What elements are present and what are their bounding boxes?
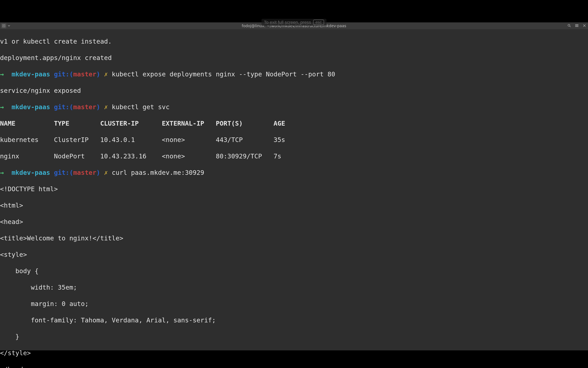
command-text: kubectl get svc — [112, 103, 170, 111]
prompt-line: → mkdev-paas git:(master) ✗ kubectl get … — [0, 103, 588, 111]
prompt-dir: mkdev-paas — [12, 103, 50, 111]
prompt-arrow: → — [0, 103, 4, 111]
prompt-arrow: → — [0, 70, 4, 78]
prompt-branch: master — [73, 103, 96, 111]
prompt-git-close: ) — [96, 103, 100, 111]
prompt-dirty: ✗ — [104, 103, 108, 111]
prompt-line: → mkdev-paas git:(master) ✗ kubectl expo… — [0, 70, 588, 78]
prompt-dirty: ✗ — [104, 169, 108, 176]
svg-line-4 — [570, 26, 571, 27]
prompt-branch: master — [73, 70, 96, 78]
titlebar-right-controls — [567, 23, 587, 28]
esc-key-pill: esc — [313, 20, 324, 25]
search-button[interactable] — [567, 23, 572, 28]
prompt-arrow: → — [0, 169, 4, 176]
new-tab-button[interactable] — [1, 23, 6, 28]
prompt-git-close: ) — [96, 70, 100, 78]
output-line: service/nginx exposed — [0, 87, 588, 95]
prompt-git: git:( — [54, 103, 73, 111]
prompt-branch: master — [73, 169, 96, 176]
close-button[interactable] — [582, 23, 587, 28]
output-line: <head> — [0, 218, 588, 226]
prompt-git: git:( — [54, 169, 73, 176]
prompt-line: → mkdev-paas git:(master) ✗ curl paas.mk… — [0, 169, 588, 177]
svc-row: kubernetes ClusterIP 10.43.0.1 <none> 44… — [0, 136, 588, 144]
output-line: width: 35em; — [0, 283, 588, 292]
svc-header: NAME TYPE CLUSTER-IP EXTERNAL-IP PORT(S)… — [0, 120, 588, 128]
prompt-dir: mkdev-paas — [12, 70, 50, 78]
titlebar-left-controls — [1, 23, 11, 28]
search-icon — [568, 24, 571, 27]
hamburger-icon — [575, 24, 579, 27]
chevron-down-icon — [8, 25, 10, 26]
output-line: font-family: Tahoma, Verdana, Arial, san… — [0, 316, 588, 324]
output-line: <html> — [0, 201, 588, 210]
new-tab-icon — [2, 24, 5, 27]
output-line: deployment.apps/nginx created — [0, 54, 588, 62]
menu-button[interactable] — [574, 23, 579, 28]
command-text: kubectl expose deployments nginx --type … — [112, 70, 335, 78]
command-text: curl paas.mkdev.me:30929 — [112, 169, 204, 176]
output-line: body { — [0, 267, 588, 275]
prompt-dir: mkdev-paas — [12, 169, 50, 176]
prompt-git: git:( — [54, 70, 73, 78]
output-line: <style> — [0, 251, 588, 259]
terminal-output[interactable]: v1 or kubectl create instead. deployment… — [0, 29, 588, 368]
profile-dropdown-button[interactable] — [7, 23, 11, 28]
fullscreen-hint-text: To exit full screen, press — [264, 20, 311, 25]
output-line: margin: 0 auto; — [0, 300, 588, 308]
svc-row: nginx NodePort 10.43.233.16 <none> 80:30… — [0, 152, 588, 160]
output-line: v1 or kubectl create instead. — [0, 37, 588, 46]
close-icon — [583, 24, 586, 27]
fullscreen-hint: To exit full screen, press esc — [261, 19, 326, 26]
prompt-dirty: ✗ — [104, 70, 108, 78]
output-line: <title>Welcome to nginx!</title> — [0, 234, 588, 242]
terminal-window: To exit full screen, press esc fodoj@lin… — [0, 22, 588, 350]
output-line: <!DOCTYPE html> — [0, 185, 588, 193]
output-line: </head> — [0, 365, 588, 368]
output-line: } — [0, 333, 588, 341]
prompt-git-close: ) — [96, 169, 100, 176]
output-line: </style> — [0, 349, 588, 357]
